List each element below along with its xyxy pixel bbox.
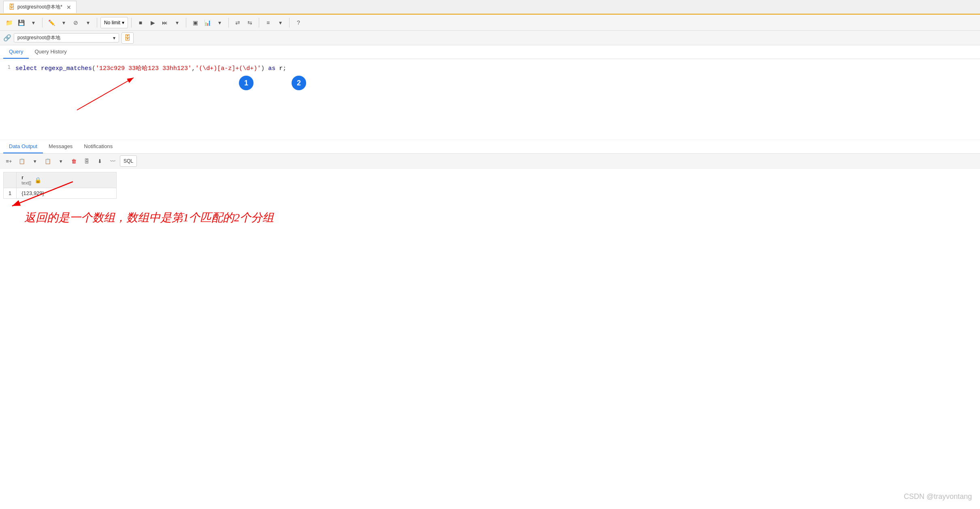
explain-button[interactable]: ▣: [190, 17, 201, 28]
connection-icon: 🔗: [3, 34, 11, 42]
explain-chart-button[interactable]: 📊: [202, 17, 213, 28]
sep5: [228, 18, 229, 28]
paste-button[interactable]: 📋: [42, 155, 53, 167]
filter-button[interactable]: ⊘: [70, 17, 81, 28]
rollback-button[interactable]: ⇆: [244, 17, 256, 28]
line-number: 1: [3, 64, 15, 70]
arg1-string: '123c929 33哈哈123 33hh123': [96, 65, 192, 72]
title-bar: 🗄 postgres/root@本地* ✕: [0, 0, 980, 15]
macro-group: ≡ ▾: [262, 17, 286, 28]
run-step-button[interactable]: ⏭: [159, 17, 170, 28]
data-output-area: r text[] 🔒 1 {123,929}: [0, 169, 980, 202]
arg2-string: '(\d+)[a-z]+(\d+)': [195, 65, 261, 72]
save-button[interactable]: 💾: [15, 17, 27, 28]
edit-dropdown[interactable]: ▾: [58, 17, 69, 28]
download-button[interactable]: ⬇: [94, 155, 105, 167]
macro-button[interactable]: ≡: [262, 17, 274, 28]
main-tab[interactable]: 🗄 postgres/root@本地* ✕: [3, 1, 77, 13]
sep4: [186, 18, 186, 28]
sep1: [42, 18, 43, 28]
sep3: [131, 18, 132, 28]
circle-badge-2: 2: [292, 76, 306, 90]
edit-group: ✏️ ▾ ⊘ ▾: [46, 17, 94, 28]
red-arrow-svg: [0, 178, 81, 210]
macro-dropdown[interactable]: ▾: [275, 17, 286, 28]
tab-data-output[interactable]: Data Output: [3, 140, 43, 153]
help-button[interactable]: ?: [293, 17, 304, 28]
annotation-layer: 1 2: [0, 74, 980, 114]
filter-dropdown[interactable]: ▾: [82, 17, 94, 28]
tab-query-history[interactable]: Query History: [29, 45, 72, 59]
limit-group: No limit ▾: [100, 17, 128, 28]
keyword-as: as: [268, 65, 275, 72]
commit-group: ⇄ ⇆: [232, 17, 256, 28]
connection-bar: 🔗 postgres/root@本地 ▾ 🗄: [0, 31, 980, 45]
sql-code: select regexp_matches('123c929 33哈哈123 3…: [15, 64, 286, 74]
sql-editor[interactable]: 1 select regexp_matches('123c929 33哈哈123…: [0, 59, 980, 140]
tab-close-button[interactable]: ✕: [66, 4, 71, 11]
chinese-note: 返回的是一个数组，数组中是第1个匹配的2个分组: [8, 202, 980, 233]
svg-line-2: [12, 182, 73, 206]
copy-button[interactable]: 📋: [16, 155, 28, 167]
circle-badge-1: 1: [239, 76, 254, 90]
run-dropdown[interactable]: ▾: [171, 17, 183, 28]
run-group: ■ ▶ ⏭ ▾: [135, 17, 183, 28]
sep2: [97, 18, 97, 28]
no-limit-label: No limit: [104, 20, 120, 25]
sep7: [289, 18, 290, 28]
sql-line-1: 1 select regexp_matches('123c929 33哈哈123…: [0, 64, 980, 74]
stop-button[interactable]: ■: [135, 17, 146, 28]
arrow-svg: [0, 74, 364, 114]
commit-button[interactable]: ⇄: [232, 17, 243, 28]
chinese-annotation-wrapper: 返回的是一个数组，数组中是第1个匹配的2个分组: [0, 202, 980, 233]
explain-group: ▣ 📊 ▾: [190, 17, 225, 28]
open-button[interactable]: 📁: [3, 17, 15, 28]
save-data-button[interactable]: 🗄: [81, 155, 92, 167]
main-toolbar: 📁 💾 ▾ ✏️ ▾ ⊘ ▾ No limit ▾ ■ ▶ ⏭ ▾ ▣ 📊 ▾ …: [0, 15, 980, 31]
connection-selector[interactable]: postgres/root@本地 ▾: [14, 33, 119, 42]
tab-notifications[interactable]: Notifications: [78, 140, 118, 153]
query-tabs: Query Query History: [0, 45, 980, 59]
run-button[interactable]: ▶: [147, 17, 158, 28]
no-limit-button[interactable]: No limit ▾: [100, 17, 128, 28]
tab-label: postgres/root@本地*: [17, 4, 62, 11]
paste-dropdown[interactable]: ▾: [55, 155, 66, 167]
keyword-select: select: [15, 65, 37, 72]
alias-r: r: [279, 65, 283, 72]
graph-button[interactable]: 〰: [107, 155, 118, 167]
save-dropdown[interactable]: ▾: [28, 17, 39, 28]
db-icon: 🗄: [9, 4, 15, 11]
tab-messages[interactable]: Messages: [43, 140, 78, 153]
sql-button[interactable]: SQL: [120, 155, 137, 167]
copy-dropdown[interactable]: ▾: [29, 155, 40, 167]
result-toolbar: ≡+ 📋 ▾ 📋 ▾ 🗑 🗄 ⬇ 〰 SQL: [0, 154, 980, 169]
tab-query[interactable]: Query: [3, 45, 29, 59]
connection-dropdown-icon: ▾: [113, 35, 115, 41]
edit-button[interactable]: ✏️: [46, 17, 57, 28]
result-tabs: Data Output Messages Notifications: [0, 140, 980, 154]
explain-dropdown[interactable]: ▾: [214, 17, 225, 28]
delete-button[interactable]: 🗑: [68, 155, 79, 167]
db-connect-button[interactable]: 🗄: [121, 32, 134, 44]
function-name: regexp_matches: [41, 65, 92, 72]
connection-label: postgres/root@本地: [17, 34, 60, 41]
sep6: [259, 18, 259, 28]
no-limit-dropdown: ▾: [122, 20, 124, 25]
file-group: 📁 💾 ▾: [3, 17, 39, 28]
add-row-button[interactable]: ≡+: [3, 155, 15, 167]
svg-line-0: [77, 78, 134, 110]
